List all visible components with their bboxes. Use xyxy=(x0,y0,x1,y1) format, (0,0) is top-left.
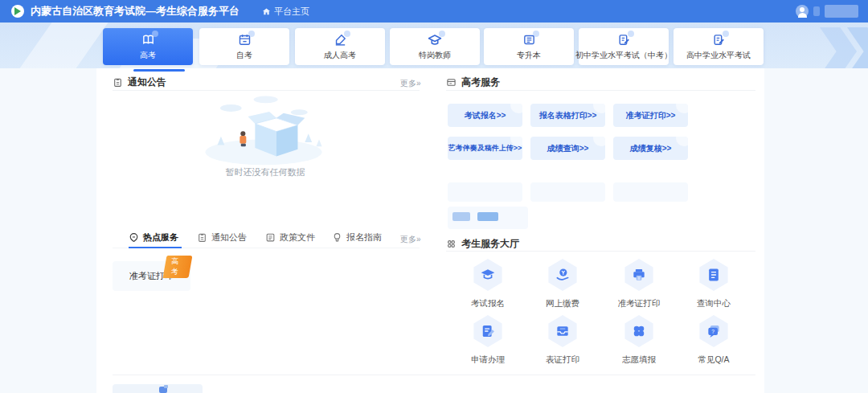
partial-tab-icon xyxy=(159,387,167,393)
divider xyxy=(446,90,755,91)
newspaper-icon xyxy=(522,33,536,47)
site-logo-icon xyxy=(11,5,24,18)
hot-service-icon xyxy=(129,232,139,243)
clipboard-icon xyxy=(197,232,207,243)
hall-item-label: 志愿填报 xyxy=(622,354,656,366)
clover-grid-icon xyxy=(623,315,655,347)
tab-tegang-jiaoshi[interactable]: 特岗教师 xyxy=(390,28,480,65)
clipboard-icon xyxy=(113,77,123,88)
service-card-icon xyxy=(446,77,457,88)
tab-registration-guide[interactable]: 报名指南 xyxy=(332,231,382,244)
hot-card-admission-ticket-print[interactable]: 准考证打印 高考 xyxy=(113,261,190,291)
user-name-redacted xyxy=(825,5,858,18)
user-avatar[interactable] xyxy=(796,5,809,18)
partial-next-section-tab[interactable] xyxy=(113,384,203,393)
placeholder-button xyxy=(613,182,688,202)
tab-zikao[interactable]: 自考 xyxy=(199,28,289,65)
placeholder-button xyxy=(448,182,522,202)
service-button-exam-registration[interactable]: 考试报名>> xyxy=(448,104,522,127)
pen-icon xyxy=(333,33,347,47)
service-button-score-query[interactable]: 成绩查询>> xyxy=(530,137,605,160)
book-icon xyxy=(141,33,155,47)
placeholder-button xyxy=(448,207,528,229)
hall-item-exam-registration[interactable]: 考试报名 xyxy=(456,259,520,309)
tab-label: 高考 xyxy=(140,50,156,61)
tab-label: 热点服务 xyxy=(143,231,178,244)
hall-item-application[interactable]: 申请办理 xyxy=(456,315,520,366)
divider xyxy=(113,375,755,375)
tab-notices[interactable]: 通知公告 xyxy=(197,231,247,244)
home-icon xyxy=(262,7,271,16)
tab-gaozhong-xuekao[interactable]: 高中学业水平考试 xyxy=(674,28,764,65)
active-tab-indicator xyxy=(133,69,185,72)
exam-type-banner: 高考 自考 成人高考 特岗教师 专升本 初中学业水平考试（中考） xyxy=(0,23,868,68)
tab-label: 高中学业水平考试 xyxy=(686,50,751,61)
hall-item-label: 查询中心 xyxy=(697,298,731,309)
chevron-decoration xyxy=(820,27,857,68)
tab-gaokao[interactable]: 高考 xyxy=(103,28,193,65)
tab-label: 报名指南 xyxy=(346,231,382,244)
hall-item-online-payment[interactable]: 网上缴费 xyxy=(530,259,595,309)
hall-item-label: 网上缴费 xyxy=(546,298,579,309)
home-link-label: 平台主页 xyxy=(274,6,309,18)
tab-policy-files[interactable]: 政策文件 xyxy=(265,231,315,244)
hall-item-faq[interactable]: ? 常见Q/A xyxy=(682,315,746,366)
top-header-bar: 内蒙古自治区教育考试院—考生综合服务平台 平台主页 xyxy=(0,0,868,23)
notice-more-link[interactable]: 更多» xyxy=(400,78,421,89)
calendar-edit-icon xyxy=(237,33,252,47)
notice-section-header: 通知公告 xyxy=(113,76,166,89)
tab-label: 成人高考 xyxy=(324,50,356,61)
hall-item-certificate-print[interactable]: 表证打印 xyxy=(530,315,595,366)
divider xyxy=(446,251,755,252)
hot-more-link[interactable]: 更多» xyxy=(400,234,421,245)
notice-section-title: 通知公告 xyxy=(128,76,166,89)
home-link[interactable]: 平台主页 xyxy=(262,6,309,18)
main-content-card: 通知公告 更多» 暂时还没有任何数据 热点服务 xyxy=(96,68,764,393)
tab-zhongkao[interactable]: 初中学业水平考试（中考） xyxy=(579,28,669,65)
service-button-ticket-print[interactable]: 准考证打印>> xyxy=(613,104,688,127)
placeholder-chip xyxy=(477,212,498,221)
gaokao-services-header: 高考服务 xyxy=(446,76,500,89)
tab-label: 政策文件 xyxy=(280,231,315,244)
guide-icon xyxy=(332,232,342,243)
graduation-cap-icon xyxy=(472,259,504,291)
site-title: 内蒙古自治区教育考试院—考生综合服务平台 xyxy=(31,4,240,18)
gaokao-services-title: 高考服务 xyxy=(461,76,500,89)
payment-icon xyxy=(547,259,579,291)
tab-chengren-gaokao[interactable]: 成人高考 xyxy=(295,28,385,65)
service-button-form-print[interactable]: 报名表格打印>> xyxy=(530,104,605,127)
gaokao-badge: 高考 xyxy=(163,256,193,278)
service-button-art-upload[interactable]: 艺考伴奏及稿件上传>> xyxy=(448,137,522,160)
tab-label: 自考 xyxy=(236,50,252,61)
divider xyxy=(113,90,420,91)
hall-item-label: 表证打印 xyxy=(546,354,579,366)
hall-item-query-center[interactable]: 查询中心 xyxy=(682,259,746,309)
document-icon xyxy=(698,259,730,291)
service-hall-title: 考生服务大厅 xyxy=(461,237,519,251)
hall-item-label: 申请办理 xyxy=(471,354,505,366)
hall-item-volunteer-filling[interactable]: 志愿填报 xyxy=(607,315,671,366)
service-hall-header: 考生服务大厅 xyxy=(446,237,519,251)
user-name-redacted xyxy=(813,6,820,16)
form-edit-icon xyxy=(472,315,504,347)
inbox-icon xyxy=(547,315,579,347)
banner-decoration xyxy=(6,23,113,68)
placeholder-chip xyxy=(452,212,470,221)
svg-text:?: ? xyxy=(711,329,714,334)
doc-edit-icon xyxy=(711,33,726,47)
service-button-score-review[interactable]: 成绩复核>> xyxy=(613,137,688,160)
tab-label: 初中学业水平考试（中考） xyxy=(575,50,672,61)
hall-item-label: 考试报名 xyxy=(471,298,505,309)
printer-icon xyxy=(623,259,655,291)
grid-icon xyxy=(446,239,457,249)
placeholder-button xyxy=(530,182,605,202)
empty-state-illustration xyxy=(183,92,344,166)
policy-doc-icon xyxy=(265,232,276,243)
hall-item-ticket-print[interactable]: 准考证打印 xyxy=(607,259,671,309)
empty-state-text: 暂时还没有任何数据 xyxy=(113,166,418,178)
tab-zhuanshengben[interactable]: 专升本 xyxy=(484,28,574,65)
tab-label: 特岗教师 xyxy=(419,50,451,61)
qa-bubble-icon: ? xyxy=(698,315,730,347)
graduation-cap-icon xyxy=(428,33,442,47)
tab-hot-services[interactable]: 热点服务 xyxy=(129,231,178,244)
